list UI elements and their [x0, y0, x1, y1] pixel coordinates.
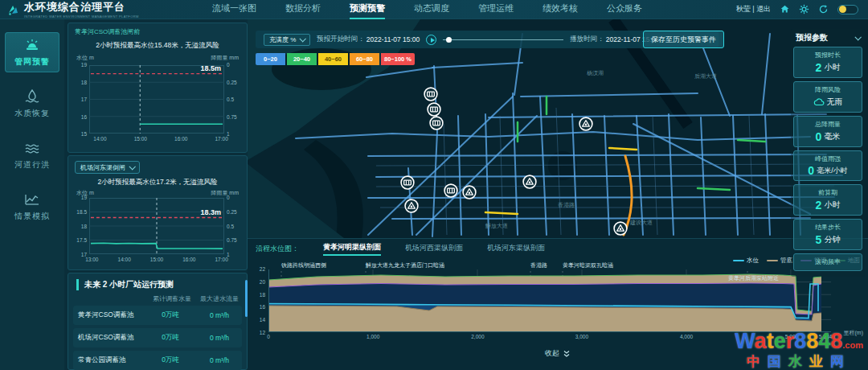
rail-item-pipe-warning[interactable]: 管网预警 — [5, 32, 59, 72]
station2-limit-label: 18.3m — [200, 208, 221, 216]
nav-operations[interactable]: 管理运维 — [478, 0, 514, 19]
rail-item-water-quality[interactable]: 水质恢复 — [5, 84, 59, 124]
profile-yticks: 2220 1816 1412 — [252, 266, 265, 335]
col-storage: 累计调蓄水量 — [145, 294, 199, 303]
slider-knob[interactable] — [446, 37, 452, 43]
x-tick: 17:00 — [215, 136, 227, 142]
watermark: Water8848.com 中国水业网 — [735, 331, 863, 368]
tab-jichang-west-profile[interactable]: 机场河西渠纵剖面 — [405, 243, 463, 255]
x-tick: 15:00 — [134, 136, 147, 142]
rail-label: 河道行洪 — [14, 159, 50, 171]
home-icon[interactable] — [780, 4, 790, 14]
station1-summary: 2小时预报最高水位15.48米，无溢流风险 — [68, 41, 247, 51]
map-marker-gate[interactable] — [400, 175, 416, 191]
param-result-step: 结果步长 5分钟 — [793, 219, 862, 250]
nav-dynamic-dispatch[interactable]: 动态调度 — [414, 0, 449, 19]
collapse-label: 收起 — [545, 348, 559, 359]
rail-label: 管网预警 — [14, 56, 50, 68]
app-subtitle: INTEGRATED WATER ENVIRONMENT MANAGEMENT … — [24, 14, 139, 18]
table-row[interactable]: 黄孝河CSO调蓄池 0万吨 0 m³/h — [73, 306, 242, 325]
water-quality-icon — [24, 89, 40, 104]
nav-basin-map[interactable]: 流域一张图 — [212, 0, 256, 19]
station1-name[interactable]: 黄孝河CSO调蓄池闸前 — [75, 27, 140, 36]
table-header: . 累计调蓄水量 最大进水流量 — [75, 294, 240, 303]
map-marker-pump[interactable] — [579, 117, 594, 132]
station2-forecast-card: 机场河东渠倒闸 2小时预报最高水位17.2米，无溢流风险 水位 m 降雨量 mm… — [68, 155, 248, 270]
app-title: 水环境综合治理平台 — [24, 0, 139, 14]
table-row[interactable]: 机场河CSO调蓄池 0万吨 0 m³/h — [73, 328, 242, 347]
map-label: 解放大道 — [485, 222, 508, 230]
watermark-brand: Water8848 — [735, 329, 842, 353]
nav-performance[interactable]: 绩效考核 — [542, 0, 578, 19]
plant-name: 机场河CSO调蓄池 — [73, 333, 144, 343]
save-history-label: 保存至历史预警事件 — [651, 35, 716, 45]
theme-toggle[interactable] — [837, 5, 858, 14]
y-axis-right-label: 降雨量 mm — [211, 54, 239, 62]
legend-chip: 60~80 — [350, 53, 379, 65]
station1-chart: 1918 1716 15 00.25 0.50.75 1 18.5m 14:00… — [89, 65, 224, 134]
nav-forecast-warning[interactable]: 预测预警 — [350, 0, 385, 19]
param-peak-intensity: 峰值雨强 0毫米/小时 — [793, 150, 862, 181]
map-canvas[interactable]: 杨汊湖 后湖大道 香港路 解放大道 建设大道 — [248, 19, 868, 238]
storage-value: 0万吨 — [144, 333, 197, 343]
play-time-label: 播放时间： — [570, 35, 604, 44]
table-row[interactable]: 常青公园调蓄池 0万吨 0 m³/h — [73, 351, 242, 370]
map-label: 杨汊湖 — [587, 69, 604, 77]
map-marker-gate[interactable] — [444, 183, 459, 199]
station2-selector[interactable]: 机场河东渠倒闸 — [75, 161, 140, 174]
water-level-swatch — [733, 260, 744, 262]
station2-yticks-right: 00.25 0.50.75 1 — [227, 195, 243, 257]
logo-icon — [6, 3, 19, 16]
param-rain-risk: 降雨风险 无雨 — [793, 81, 862, 113]
legend-chip: 20~40 — [287, 53, 317, 65]
river-flood-icon — [24, 141, 40, 155]
map-marker-gate[interactable] — [424, 87, 439, 102]
x-tick: 14:00 — [118, 257, 131, 262]
chevron-down-icon — [854, 34, 861, 40]
nav-data-analysis[interactable]: 数据分析 — [285, 0, 321, 19]
inflow-value: 0 m³/h — [197, 356, 242, 364]
user-cluster: 秋莹 | 退出 — [736, 4, 868, 14]
map-marker-pump[interactable] — [522, 175, 538, 190]
station1-forecast-card: 黄孝河CSO调蓄池闸前 2小时预报最高水位15.48米，无溢流风险 水位 m 降… — [68, 23, 248, 153]
params-header[interactable]: 预报参数 — [793, 31, 862, 47]
tab-jichang-east-profile[interactable]: 机场河东渠纵剖面 — [487, 243, 545, 255]
save-history-button[interactable]: 保存至历史预警事件 — [643, 31, 724, 48]
map-marker-pump[interactable] — [462, 185, 477, 200]
map-marker-pump[interactable] — [613, 221, 628, 236]
gear-icon[interactable] — [799, 4, 809, 14]
start-time-label: 预报开始时间： — [317, 35, 365, 44]
fullness-select[interactable]: 充满度 % — [264, 34, 310, 46]
slider-track — [443, 39, 563, 41]
play-button[interactable] — [426, 35, 436, 45]
chevron-down-icon — [129, 163, 135, 170]
params-title: 预报参数 — [796, 32, 828, 43]
double-chevron-down-icon — [563, 350, 571, 358]
storage-value: 0万吨 — [144, 356, 197, 365]
nav-public-service[interactable]: 公众服务 — [607, 0, 642, 19]
tab-huangxiao-profile[interactable]: 黄孝河明渠纵剖面 — [323, 242, 381, 256]
collapse-button[interactable]: 收起 — [545, 348, 571, 359]
rail-label: 情景模拟 — [14, 211, 50, 222]
siren-icon — [24, 38, 40, 52]
map-label: 后湖大道 — [694, 72, 717, 80]
time-slider[interactable] — [443, 35, 563, 43]
rail-item-river-flood[interactable]: 河道行洪 — [5, 135, 59, 175]
refresh-icon[interactable] — [818, 4, 829, 14]
station2-summary: 2小时预报最高水位17.2米，无溢流风险 — [68, 178, 247, 187]
app-root: 水环境综合治理平台 INTEGRATED WATER ENVIRONMENT M… — [0, 0, 868, 370]
left-rail: 管网预警 水质恢复 河道行洪 情景模拟 — [0, 19, 64, 370]
param-rolling-frequency: 滚动频率 — [793, 253, 862, 271]
profile-section-label: 沿程水位图： — [256, 244, 299, 254]
user-logout-link[interactable]: 秋莹 | 退出 — [736, 4, 771, 14]
table-title: 未来 2 小时厂站运行预测 — [76, 279, 174, 290]
profile-tabs: 沿程水位图： 黄孝河明渠纵剖面 机场河西渠纵剖面 机场河东渠纵剖面 — [256, 242, 545, 256]
map-marker-pump[interactable] — [404, 199, 420, 214]
profile-annotation: 黄孝河后湖泵站附近 — [728, 274, 779, 282]
map-marker-gate[interactable] — [429, 116, 444, 131]
x-tick: 13:00 — [85, 257, 98, 262]
x-tick: 16:00 — [174, 136, 187, 142]
rail-item-scenario-sim[interactable]: 情景模拟 — [5, 187, 59, 227]
scenario-chart-icon — [24, 192, 40, 207]
app-logo: 水环境综合治理平台 INTEGRATED WATER ENVIRONMENT M… — [0, 0, 201, 18]
